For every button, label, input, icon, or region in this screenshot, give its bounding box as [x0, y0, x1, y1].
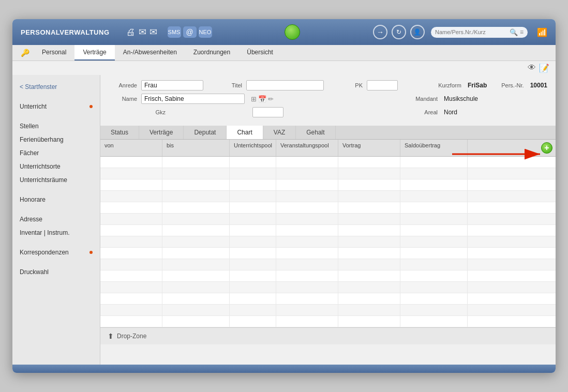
cell-von: [100, 157, 162, 168]
nav-icons: → ↻ 👤: [373, 25, 425, 39]
table-row: [100, 157, 556, 168]
kurzform-label: Kurzform: [438, 82, 461, 88]
table-row: [100, 248, 556, 259]
pk-input[interactable]: [367, 80, 398, 91]
col-saldouebertrag: Saldoübertrag: [400, 140, 468, 156]
add-circle-icon[interactable]: [285, 24, 300, 40]
pers-nr-value: 10001: [530, 82, 547, 89]
sidebar: < Startfenster Unterricht Stellen Ferien…: [12, 75, 100, 365]
form-row-gkz: Gkz Areal Nord: [109, 107, 547, 117]
nav-refresh-icon[interactable]: ↻: [392, 25, 406, 39]
nav-forward-icon[interactable]: →: [373, 25, 387, 39]
eye-icon[interactable]: 👁: [528, 63, 536, 73]
form-row-anrede: Anrede Titel PK Kurzform FriSab Pers.-Nr…: [109, 80, 547, 91]
grid-tab-vaz[interactable]: VAZ: [263, 126, 296, 139]
col-von: von: [100, 140, 162, 156]
sidebar-item-unterricht[interactable]: Unterricht: [12, 100, 100, 113]
action-row: 👁 📝: [12, 61, 556, 75]
tab-abwesenheiten[interactable]: An-/Abwesenheiten: [115, 45, 185, 61]
neo-icon[interactable]: NEO: [199, 26, 212, 38]
sidebar-item-inventar[interactable]: Inventar | Instrum.: [12, 226, 100, 239]
cell-saldouebertrag: [400, 157, 468, 168]
table-row: [100, 179, 556, 191]
grid-tab-deputat[interactable]: Deputat: [184, 126, 227, 139]
col-actions: +: [468, 140, 556, 156]
print-icon[interactable]: 🖨: [126, 27, 136, 38]
sidebar-item-label: Druckwahl: [20, 268, 49, 276]
sidebar-item-korrespondenzen[interactable]: Korrespondenzen: [12, 246, 100, 259]
name-label: Name: [109, 96, 137, 102]
main-layout: < Startfenster Unterricht Stellen Ferien…: [12, 75, 556, 365]
bottom-bar: [12, 365, 556, 373]
areal-label: Areal: [424, 109, 438, 115]
calendar-icon[interactable]: 📅: [258, 95, 266, 103]
table-row: [100, 282, 556, 293]
col-bis: bis: [162, 140, 230, 156]
search-icon: 🔍: [510, 28, 518, 36]
mandant-value: Musikschule: [444, 95, 547, 102]
grid-tab-chart[interactable]: Chart: [227, 126, 263, 139]
table-row: [100, 259, 556, 270]
sidebar-item-stellen[interactable]: Stellen: [12, 119, 100, 133]
drop-zone-label: Drop-Zone: [117, 333, 146, 340]
sidebar-item-unterrichtsraeume[interactable]: Unterrichtsräume: [12, 173, 100, 187]
sms-icon[interactable]: SMS: [168, 26, 181, 38]
sidebar-item-ferienueberhang[interactable]: Ferienüberhang: [12, 133, 100, 146]
lock-icon: 🔑: [21, 49, 29, 57]
sidebar-item-label: Ferienüberhang: [20, 136, 64, 143]
upload-icon: ⬆: [108, 332, 114, 340]
tab-uebersicht[interactable]: Übersicht: [238, 45, 281, 61]
form-right-kurzform: Kurzform FriSab Pers.-Nr. 10001: [438, 82, 547, 89]
grid-tab-gehalt[interactable]: Gehalt: [296, 126, 335, 139]
mail1-icon[interactable]: ✉: [139, 26, 146, 38]
sidebar-item-adresse[interactable]: Adresse: [12, 213, 100, 226]
grid-tab-vertraege[interactable]: Verträge: [139, 126, 184, 139]
titel-label: Titel: [214, 82, 242, 88]
mail2-icon[interactable]: ✉: [150, 26, 157, 38]
sidebar-item-label: Stellen: [20, 123, 39, 130]
sidebar-item-startfenster[interactable]: < Startfenster: [12, 80, 100, 94]
signal-icon: 📶: [537, 27, 547, 37]
name-input[interactable]: [141, 94, 245, 104]
sidebar-item-label: Unterrichtsräume: [20, 176, 67, 184]
sidebar-item-unterrichtsorte[interactable]: Unterrichtsorte: [12, 160, 100, 173]
sidebar-item-druckwahl[interactable]: Druckwahl: [12, 265, 100, 279]
search-input[interactable]: [435, 29, 507, 35]
sidebar-item-honorare[interactable]: Honorare: [12, 193, 100, 206]
grid-header: von bis Unterrichtspool Veranstaltungspo…: [100, 140, 556, 157]
search-bar: 🔍 ≡: [431, 27, 528, 38]
name-icons: ⊞ 📅 ✏: [251, 95, 274, 103]
table-row: [100, 191, 556, 202]
anrede-input[interactable]: [141, 80, 203, 91]
grid-tab-status[interactable]: Status: [100, 126, 139, 139]
tab-zuordnungen[interactable]: Zuordnungen: [185, 45, 238, 61]
col-vortrag: Vortrag: [338, 140, 400, 156]
grid-with-arrow: von bis Unterrichtspool Veranstaltungspo…: [100, 140, 556, 327]
titel-input[interactable]: [246, 80, 324, 91]
edit-icon[interactable]: ✏: [268, 95, 274, 103]
cell-extra: [468, 157, 556, 168]
tab-personal[interactable]: Personal: [34, 45, 74, 61]
main-window: PERSONALVERWALTUNG 🖨 ✉ ✉ SMS @ NEO → ↻ 👤…: [12, 19, 556, 373]
mandant-label: Mandant: [415, 96, 438, 102]
sidebar-item-faecher[interactable]: Fächer: [12, 146, 100, 160]
tab-vertraege[interactable]: Verträge: [74, 45, 114, 61]
nav-person-icon[interactable]: 👤: [410, 25, 425, 39]
gkz-input[interactable]: [252, 107, 283, 117]
sidebar-item-label: Unterrichtsorte: [20, 163, 61, 170]
note-icon[interactable]: 📝: [539, 63, 549, 73]
toolbar-icon-group: 🖨 ✉ ✉: [126, 26, 157, 38]
tab-bar: 🔑 Personal Verträge An-/Abwesenheiten Zu…: [12, 45, 556, 61]
anrede-label: Anrede: [109, 82, 137, 88]
areal-value: Nord: [444, 109, 547, 116]
sidebar-item-label: Fächer: [20, 149, 39, 157]
drop-zone[interactable]: ⬆ Drop-Zone: [100, 327, 556, 344]
table-row: [100, 214, 556, 225]
bubble-icons: SMS @ NEO: [168, 26, 212, 38]
col-unterrichtspool: Unterrichtspool: [230, 140, 276, 156]
at-icon[interactable]: @: [183, 26, 197, 38]
grid-body: [100, 157, 556, 327]
table-icon[interactable]: ⊞: [251, 95, 257, 103]
table-row: [100, 316, 556, 327]
add-row-button[interactable]: +: [541, 142, 552, 154]
